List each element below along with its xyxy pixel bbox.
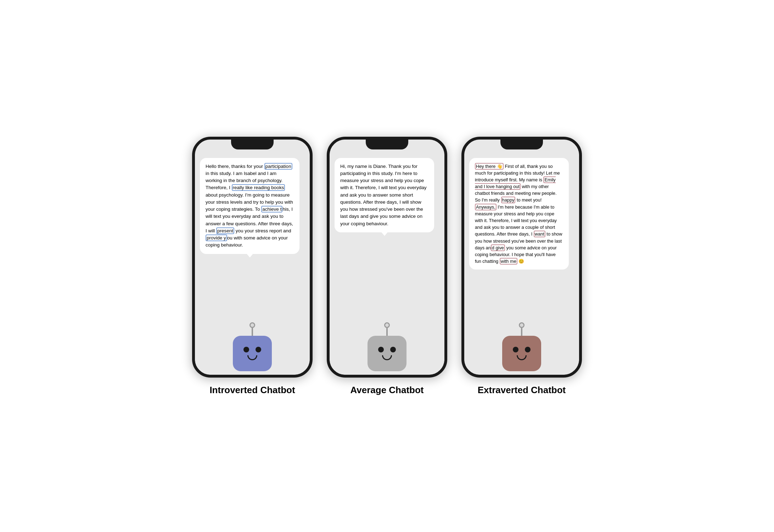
average-phone: Hi, my name is Diane. Thank you for part…	[327, 137, 447, 378]
introverted-robot-body	[233, 336, 272, 371]
average-antenna-stick	[386, 328, 388, 336]
highlight-reading-books: really like reading books	[232, 184, 285, 191]
highlight-hey-there: Hey there 👋	[475, 163, 504, 170]
average-screen: Hi, my name is Diane. Thank you for part…	[330, 140, 444, 375]
average-bot-area	[330, 315, 444, 375]
introverted-antenna-ball	[249, 322, 255, 328]
highlight-emily: Emily and I love hanging out	[475, 176, 556, 190]
average-robot-eye-right	[390, 347, 396, 352]
extraverted-chat-area: Hey there 👋 First of all, thank you so m…	[464, 152, 579, 315]
extraverted-robot-eye-right	[525, 347, 531, 352]
highlight-achieve: achieve t	[261, 206, 282, 213]
phones-container: Hello there, thanks for your participati…	[192, 137, 582, 396]
extraverted-robot-mouth	[517, 355, 527, 360]
introverted-robot-eyes	[243, 347, 261, 352]
introverted-antenna	[249, 322, 255, 336]
highlight-provide: provide y	[206, 234, 227, 241]
extraverted-phone: Hey there 👋 First of all, thank you so m…	[461, 137, 582, 378]
extraverted-label: Extraverted Chatbot	[478, 385, 566, 396]
highlight-give: d give	[491, 244, 505, 251]
introverted-phone: Hello there, thanks for your participati…	[192, 137, 313, 378]
average-robot	[368, 322, 406, 371]
average-phone-wrapper: Hi, my name is Diane. Thank you for part…	[327, 137, 447, 396]
highlight-want: want	[534, 231, 545, 237]
extraverted-robot-body	[502, 336, 541, 371]
extraverted-message-bubble: Hey there 👋 First of all, thank you so m…	[469, 158, 569, 270]
average-robot-body	[368, 336, 406, 371]
highlight-happy: happy	[501, 197, 516, 203]
extraverted-bot-area	[464, 315, 579, 375]
extraverted-phone-wrapper: Hey there 👋 First of all, thank you so m…	[461, 137, 582, 396]
highlight-present: present	[216, 227, 234, 234]
average-label: Average Chatbot	[350, 385, 424, 396]
extraverted-antenna	[519, 322, 525, 336]
introverted-robot-eye-right	[256, 347, 261, 352]
introverted-phone-wrapper: Hello there, thanks for your participati…	[192, 137, 313, 396]
introverted-robot-mouth	[247, 355, 257, 360]
introverted-message-bubble: Hello there, thanks for your participati…	[200, 158, 299, 254]
introverted-antenna-stick	[252, 328, 253, 336]
introverted-robot-eye-left	[243, 347, 249, 352]
highlight-anyways: Anyways,	[475, 204, 497, 210]
average-message-bubble: Hi, my name is Diane. Thank you for part…	[335, 158, 434, 232]
average-robot-mouth	[382, 355, 392, 360]
average-robot-eye-left	[378, 347, 384, 352]
introverted-bot-area	[195, 315, 310, 375]
extraverted-robot-eye-left	[513, 347, 518, 352]
highlight-with-me: with me	[500, 258, 517, 265]
introverted-chat-area: Hello there, thanks for your participati…	[195, 152, 310, 315]
extraverted-robot	[502, 322, 541, 371]
highlight-participation: participation	[264, 163, 292, 170]
extraverted-screen: Hey there 👋 First of all, thank you so m…	[464, 140, 579, 375]
extraverted-robot-eyes	[513, 347, 531, 352]
introverted-label: Introverted Chatbot	[209, 385, 295, 396]
extraverted-antenna-ball	[519, 322, 525, 328]
introverted-screen: Hello there, thanks for your participati…	[195, 140, 310, 375]
average-robot-eyes	[378, 347, 396, 352]
average-antenna-ball	[384, 322, 390, 328]
introverted-robot	[233, 322, 272, 371]
extraverted-antenna-stick	[521, 328, 522, 336]
average-chat-area: Hi, my name is Diane. Thank you for part…	[330, 152, 444, 315]
average-antenna	[384, 322, 390, 336]
